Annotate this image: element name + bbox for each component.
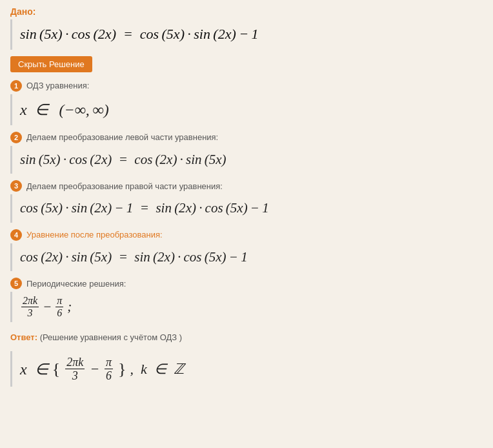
step-5-math: 2πk 3 − π 6 ; (20, 296, 475, 318)
step-5-number: 5 (10, 278, 22, 289)
step-2-math: sin (5x) · cos (2x) = cos (2x) · sin (5x… (20, 150, 475, 170)
step-2-label: Делаем преобразование левой части уравне… (26, 132, 218, 142)
step-5-label: Периодические решения: (26, 279, 126, 289)
step-5: 5 Периодические решения: 2πk 3 − π 6 ; (10, 278, 483, 322)
step-3-header: 3 Делаем преобразование правой части ура… (10, 180, 483, 192)
step-1-header: 1 ОДЗ уравнения: (10, 80, 483, 92)
answer-section: Ответ: (Решение уравнения с учётом ОДЗ )… (10, 332, 483, 387)
step-1: 1 ОДЗ уравнения: x ∈ (−∞, ∞) (10, 80, 483, 125)
step-4-content: cos (2x) · sin (5x) = sin (2x) · cos (5x… (10, 243, 483, 272)
step-5-header: 5 Периодические решения: (10, 278, 483, 289)
step-3-math: cos (5x) · sin (2x) − 1 = sin (2x) · cos… (20, 198, 475, 219)
step-5-content: 2πk 3 − π 6 ; (10, 292, 483, 322)
answer-frac-2pik-3: 2πk 3 (65, 356, 85, 382)
fraction-2pik-3: 2πk 3 (21, 296, 39, 318)
fraction-pi-6: π 6 (55, 296, 63, 318)
step-3-label: Делаем преобразование правой части уравн… (26, 181, 223, 191)
answer-strong: Ответ: (10, 332, 37, 342)
step-1-label: ОДЗ уравнения: (26, 81, 89, 90)
step-1-math: x ∈ (−∞, ∞) (20, 98, 475, 121)
step-4-label: Уравнение после преобразования: (26, 230, 163, 239)
step-4: 4 Уравнение после преобразования: cos (2… (10, 229, 483, 272)
step-3-content: cos (5x) · sin (2x) − 1 = sin (2x) · cos… (10, 194, 483, 223)
answer-math: x ∈ { 2πk 3 − π 6 } , k ∈ ℤ (20, 356, 475, 382)
step-3-number: 3 (10, 180, 22, 192)
answer-label: Ответ: (Решение уравнения с учётом ОДЗ ) (10, 332, 483, 342)
main-equation: sin (5x) · cos (2x) = cos (5x) · sin (2x… (20, 25, 475, 45)
hide-solution-button[interactable]: Скрыть Решение (10, 56, 92, 72)
step-2: 2 Делаем преобразование левой части урав… (10, 132, 483, 174)
step-2-number: 2 (10, 132, 22, 143)
step-3: 3 Делаем преобразование правой части ура… (10, 180, 483, 223)
answer-note: (Решение уравнения с учётом ОДЗ ) (40, 332, 182, 342)
step-4-number: 4 (10, 229, 22, 241)
step-1-content: x ∈ (−∞, ∞) (10, 94, 483, 125)
step-4-header: 4 Уравнение после преобразования: (10, 229, 483, 241)
main-equation-box: sin (5x) · cos (2x) = cos (5x) · sin (2x… (10, 19, 483, 50)
step-2-header: 2 Делаем преобразование левой части урав… (10, 132, 483, 143)
answer-box: x ∈ { 2πk 3 − π 6 } , k ∈ ℤ (10, 351, 483, 387)
dado-label: Дано: (10, 6, 483, 17)
step-4-math: cos (2x) · sin (5x) = sin (2x) · cos (5x… (20, 247, 475, 268)
step-2-content: sin (5x) · cos (2x) = cos (2x) · sin (5x… (10, 146, 483, 174)
step-1-number: 1 (10, 80, 22, 92)
answer-frac-pi-6: π 6 (105, 356, 113, 382)
page-container: Дано: sin (5x) · cos (2x) = cos (5x) · s… (0, 0, 493, 397)
